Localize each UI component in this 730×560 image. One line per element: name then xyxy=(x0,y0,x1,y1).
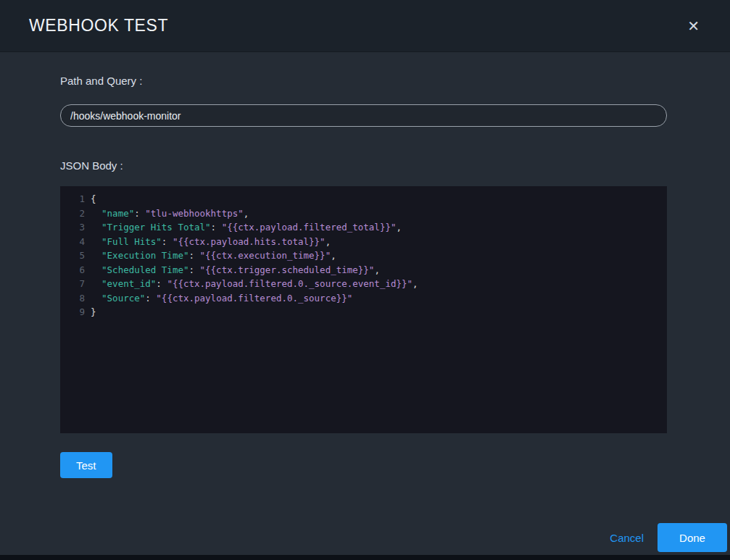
line-number: 7 xyxy=(60,277,85,291)
code-line: 2 "name": "tlu-webhookhttps", xyxy=(60,206,667,221)
test-button[interactable]: Test xyxy=(60,452,112,478)
line-number: 6 xyxy=(60,263,85,277)
line-content: } xyxy=(85,305,96,319)
line-content: "event_id": "{{ctx.payload.filtered.0._s… xyxy=(85,277,418,291)
line-content: { xyxy=(85,192,96,206)
page-title: WEBHOOK TEST xyxy=(29,16,168,35)
code-line: 7 "event_id": "{{ctx.payload.filtered.0.… xyxy=(60,277,667,291)
code-line: 5 "Execution Time": "{{ctx.execution_tim… xyxy=(60,248,667,263)
line-number: 5 xyxy=(60,248,85,263)
line-number: 3 xyxy=(60,220,85,235)
code-line: 4 "Full Hits": "{{ctx.payload.hits.total… xyxy=(60,235,667,249)
line-content: "Trigger Hits Total": "{{ctx.payload.fil… xyxy=(85,220,402,235)
line-content: "Execution Time": "{{ctx.execution_time}… xyxy=(85,248,336,263)
modal-body: Path and Query : JSON Body : 1{2 "name":… xyxy=(0,52,730,520)
bottom-strip xyxy=(0,555,730,560)
done-button[interactable]: Done xyxy=(658,523,727,552)
line-content: "Full Hits": "{{ctx.payload.hits.total}}… xyxy=(85,235,331,249)
line-content: "Source": "{{ctx.payload.filtered.0._sou… xyxy=(85,291,352,306)
cancel-button[interactable]: Cancel xyxy=(610,532,644,544)
modal-footer: Cancel Done xyxy=(0,520,730,555)
webhook-test-modal: WEBHOOK TEST ✕ Path and Query : JSON Bod… xyxy=(0,0,730,560)
line-number: 9 xyxy=(60,305,85,319)
path-and-query-label: Path and Query : xyxy=(60,75,667,87)
code-line: 1{ xyxy=(60,192,667,206)
json-body-label: JSON Body : xyxy=(60,159,667,172)
code-line: 8 "Source": "{{ctx.payload.filtered.0._s… xyxy=(60,291,667,306)
path-and-query-input[interactable] xyxy=(60,104,667,127)
json-body-editor[interactable]: 1{2 "name": "tlu-webhookhttps",3 "Trigge… xyxy=(60,186,667,433)
modal-header: WEBHOOK TEST ✕ xyxy=(0,0,730,52)
code-line: 9} xyxy=(60,305,667,319)
code-line: 6 "Scheduled Time": "{{ctx.trigger.sched… xyxy=(60,263,667,277)
line-content: "name": "tlu-webhookhttps", xyxy=(85,206,249,221)
code-line: 3 "Trigger Hits Total": "{{ctx.payload.f… xyxy=(60,220,667,235)
line-number: 8 xyxy=(60,291,85,306)
line-number: 1 xyxy=(60,192,85,206)
line-content: "Scheduled Time": "{{ctx.trigger.schedul… xyxy=(85,263,380,277)
close-icon[interactable]: ✕ xyxy=(684,16,702,36)
line-number: 4 xyxy=(60,235,85,249)
line-number: 2 xyxy=(60,206,85,221)
